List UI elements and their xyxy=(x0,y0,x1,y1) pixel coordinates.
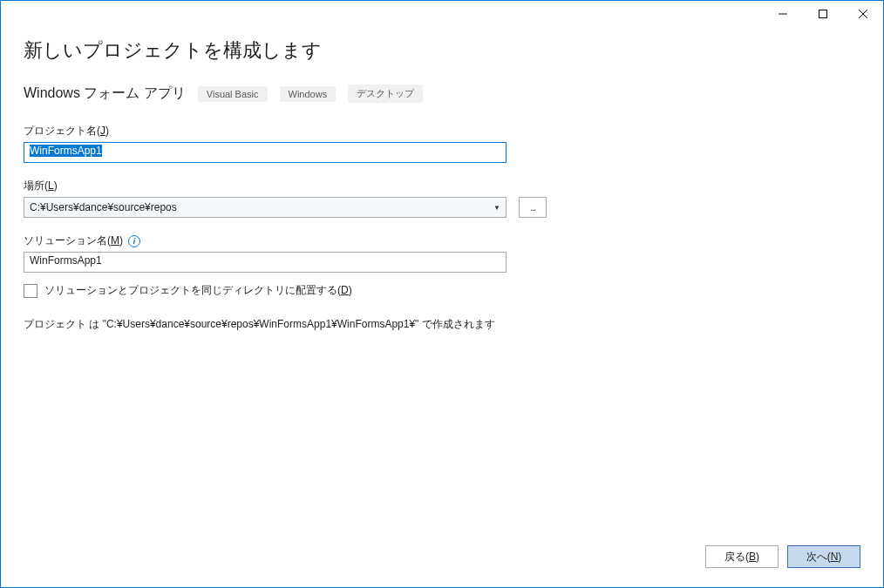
solution-name-input[interactable]: WinFormsApp1 xyxy=(24,252,507,273)
next-button[interactable]: 次へ(N) xyxy=(787,545,860,568)
same-directory-row[interactable]: ソリューションとプロジェクトを同じディレクトリに配置する(D) xyxy=(24,283,860,298)
location-combobox[interactable]: C:¥Users¥dance¥source¥repos ▼ xyxy=(24,197,507,218)
location-value: C:¥Users¥dance¥source¥repos xyxy=(30,201,177,213)
svg-rect-1 xyxy=(819,10,827,18)
window-titlebar xyxy=(1,1,883,27)
same-directory-checkbox[interactable] xyxy=(24,284,37,298)
path-preview: プロジェクト は "C:¥Users¥dance¥source¥repos¥Wi… xyxy=(24,317,860,332)
page-title: 新しいプロジェクトを構成します xyxy=(24,37,860,64)
tag-projecttype: デスクトップ xyxy=(348,84,423,103)
project-name-input[interactable]: WinFormsApp1 xyxy=(24,142,507,163)
maximize-icon xyxy=(819,10,827,18)
dialog-footer: 戻る(B) 次へ(N) xyxy=(705,545,860,568)
minimize-button[interactable] xyxy=(763,1,803,27)
dialog-content: 新しいプロジェクトを構成します Windows フォーム アプリ Visual … xyxy=(1,37,883,332)
location-label: 場所(L) xyxy=(24,179,860,193)
chevron-down-icon: ▼ xyxy=(493,204,500,212)
info-icon[interactable]: i xyxy=(128,235,140,247)
back-button[interactable]: 戻る(B) xyxy=(705,545,779,568)
browse-button[interactable]: ... xyxy=(519,197,547,218)
template-name: Windows フォーム アプリ xyxy=(24,84,186,103)
project-name-label: プロジェクト名(J) xyxy=(24,124,860,139)
tag-platform: Windows xyxy=(280,86,337,102)
maximize-button[interactable] xyxy=(803,1,843,27)
tag-language: Visual Basic xyxy=(198,86,268,102)
minimize-icon xyxy=(779,10,787,18)
template-row: Windows フォーム アプリ Visual Basic Windows デス… xyxy=(24,84,860,103)
solution-name-label: ソリューション名(M) i xyxy=(24,233,860,248)
close-icon xyxy=(859,10,867,18)
close-button[interactable] xyxy=(843,1,883,27)
same-directory-label: ソリューションとプロジェクトを同じディレクトリに配置する(D) xyxy=(44,283,352,298)
